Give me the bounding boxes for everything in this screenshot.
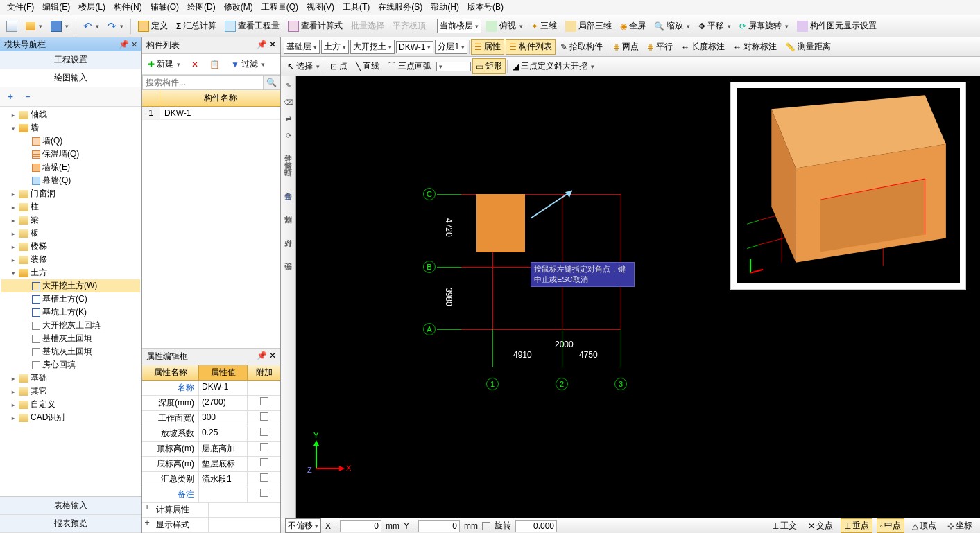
tab-drawing-input[interactable]: 绘图输入 [0,69,141,87]
tree-big-excav-backfill[interactable]: 大开挖灰土回填 [1,319,140,332]
tree-pit-earth[interactable]: 基坑土方(K) [1,306,140,319]
menu-help[interactable]: 帮助(H) [427,0,463,15]
save-button[interactable]: ▾ [47,19,72,34]
collapse-button[interactable]: － [20,89,35,105]
tree-decor[interactable]: ▸装修 [1,253,140,266]
layer-select[interactable]: 分层1▾ [435,40,467,54]
menu-modify[interactable]: 修改(M) [220,0,257,15]
menu-tool[interactable]: 工具(T) [338,0,374,15]
batch-select-button[interactable]: 批量选择 [347,18,388,34]
intersect-snap[interactable]: ✕交点 [805,518,836,533]
tree-beam[interactable]: ▸梁 [1,213,140,227]
table-row[interactable]: 1DKW-1 [142,107,280,120]
twopoint-button[interactable]: ⋕两点 [610,39,642,55]
redo-button[interactable]: ↷▾ [104,18,127,35]
menu-version[interactable]: 版本号(B) [463,0,508,15]
length-dim-button[interactable]: ↔长度标注 [678,39,728,55]
tree-room-backfill[interactable]: 房心回填 [1,358,140,372]
pin-icon[interactable]: 📌 [257,351,267,360]
tree-foundation[interactable]: ▸基础 [1,372,140,385]
canvas[interactable]: ✎ ⌫ ⇄ ⟳ 延伸 修剪 打断 ⋯ 合并 ◫ 分割 ⊟ 对齐 ⇉ 偏移 [281,76,980,518]
close-icon[interactable]: ✕ [269,40,276,49]
prop-sumcat[interactable]: 汇总类别流水段1 [142,472,280,487]
prop-name[interactable]: 名称DKW-1 [142,381,280,396]
tree-axis[interactable]: ▸轴线 [1,108,140,121]
zoom-button[interactable]: 🔍缩放▾ [651,18,694,34]
pin-icon[interactable]: 📌 [119,40,129,49]
type-select[interactable]: 大开挖土▾ [350,40,395,54]
tree-other[interactable]: ▸其它 [1,385,140,398]
close-icon[interactable]: ✕ [131,40,137,49]
midpoint-snap[interactable]: ◦中点 [877,518,904,533]
tree-column[interactable]: ▸柱 [1,200,140,213]
pin-icon[interactable]: 📌 [257,40,267,49]
search-component-input[interactable] [143,76,263,89]
eraser-tool-icon[interactable]: ⌫ [282,96,295,108]
coord-snap[interactable]: ⊹坐标 [944,518,976,533]
rotate-tool-icon[interactable]: ⟳ [282,129,295,141]
tree-trench-backfill[interactable]: 基槽灰土回填 [1,332,140,345]
brush-tool-icon[interactable]: ✎ [282,79,295,91]
tree-custom[interactable]: ▸自定义 [1,398,140,411]
tree-wall-q[interactable]: 墙(Q) [1,134,140,148]
rotate-check[interactable] [482,522,490,530]
prop-slope[interactable]: 放坡系数0.25 [142,426,280,442]
menu-edit[interactable]: 编辑(E) [38,0,74,15]
menu-floor[interactable]: 楼层(L) [74,0,110,15]
filter-button[interactable]: ▼过滤▾ [227,56,268,72]
property-button[interactable]: ☰属性 [471,39,504,55]
view-qty-button[interactable]: 查看工程量 [221,18,283,34]
offset-icon[interactable]: ⇉ [282,237,295,250]
sym-dim-button[interactable]: ↔对称标注 [730,39,780,55]
prop-remark[interactable]: 备注 [142,487,280,503]
fullscreen-button[interactable]: ◉全屏 [617,18,649,34]
prop-workface[interactable]: 工作面宽(300 [142,411,280,426]
prop-calc-expand[interactable]: +计算属性 [142,503,280,518]
tab-table-input[interactable]: 表格输入 [0,497,141,515]
define-button[interactable]: 定义 [135,18,171,34]
new-file-button[interactable] [3,19,21,34]
menu-online[interactable]: 在线服务(S) [374,0,427,15]
line-tool[interactable]: ╲直线 [352,58,383,74]
menu-aux-axis[interactable]: 辅轴(O) [146,0,183,15]
parallel-button[interactable]: ⋕平行 [644,39,676,55]
tree-insul-wall[interactable]: 保温墙(Q) [1,148,140,161]
category-select[interactable]: 土方▾ [321,40,349,54]
local-3d-button[interactable]: 局部三维 [562,18,615,34]
delete-button[interactable]: ✕ [188,58,202,71]
new-component-button[interactable]: ✚新建▾ [144,56,184,72]
y-input[interactable] [418,520,460,532]
slope-def-tool[interactable]: ◢三点定义斜大开挖▾ [509,58,598,74]
split-icon[interactable]: ◫ [282,190,295,202]
tab-report-preview[interactable]: 报表预览 [0,515,141,533]
x-input[interactable] [340,520,381,532]
pick-comp-button[interactable]: ✎拾取构件 [557,39,606,55]
menu-draw[interactable]: 绘图(D) [183,0,220,15]
tree-stair[interactable]: ▸楼梯 [1,240,140,253]
tree-earth[interactable]: ▾土方 [1,266,140,279]
view-formula-button[interactable]: 查看计算式 [284,18,346,34]
copy-button[interactable]: 📋 [206,58,223,71]
arc3p-tool[interactable]: ⌒三点画弧 [384,58,435,74]
close-icon[interactable]: ✕ [269,351,276,360]
comp-display-button[interactable]: 构件图元显示设置 [793,18,880,34]
apex-snap[interactable]: △顶点 [909,518,940,533]
pan-button[interactable]: ✥平移▾ [695,18,734,34]
align-icon[interactable]: ⊟ [282,213,295,226]
offset-mode-select[interactable]: 不偏移▾ [285,518,321,533]
rotate-input[interactable] [515,520,557,532]
tree-wall[interactable]: ▾墙 [1,121,140,134]
search-button[interactable]: 🔍 [263,76,280,89]
sum-calc-button[interactable]: Σ 汇总计算 [173,18,220,34]
tree-big-excav[interactable]: 大开挖土方(W) [1,279,140,292]
vertex-snap[interactable]: ⊥垂点 [841,518,872,533]
open-file-button[interactable]: ▾ [22,20,46,33]
tree-pit-backfill[interactable]: 基坑灰土回填 [1,345,140,358]
select-tool[interactable]: ↖选择▾ [284,58,323,74]
mirror-tool-icon[interactable]: ⇄ [282,112,295,125]
topview-button[interactable]: 俯视▾ [483,18,526,34]
screen-rotate-button[interactable]: ⟳屏幕旋转▾ [736,18,792,34]
tree-curtain-wall[interactable]: 幕墙(Q) [1,174,140,187]
prop-disp-expand[interactable]: +显示样式 [142,518,280,533]
align-top-button[interactable]: 平齐板顶 [389,18,429,34]
